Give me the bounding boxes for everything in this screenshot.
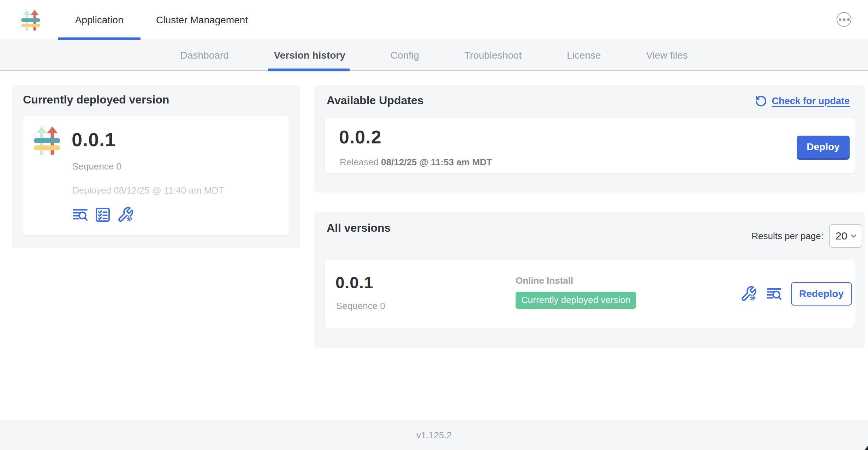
check-for-update-label: Check for update xyxy=(772,96,850,107)
cursor-artifact xyxy=(864,446,868,450)
tab-cluster-management-label: Cluster Management xyxy=(156,14,248,26)
row-version-number: 0.0.1 xyxy=(335,273,373,292)
row-actions: Redeploy xyxy=(740,260,852,328)
app-logo-icon xyxy=(20,8,41,32)
deploy-button[interactable]: Deploy xyxy=(797,136,850,158)
deployed-version-number: 0.0.1 xyxy=(72,129,116,150)
update-panel: 0.0.2 Released 08/12/25 @ 11:53 am MDT D… xyxy=(325,118,855,173)
deployed-version-actions xyxy=(72,206,134,223)
tab-application[interactable]: Application xyxy=(58,0,141,40)
release-notes-icon[interactable] xyxy=(72,206,89,223)
footer: v1.125.2 xyxy=(0,420,868,450)
subnav-config[interactable]: Config xyxy=(391,40,419,71)
all-versions-title: All versions xyxy=(327,221,391,235)
all-versions-card: All versions Results per page: 20 0.0.1 … xyxy=(314,212,865,348)
subnav-dashboard[interactable]: Dashboard xyxy=(180,40,229,71)
admin-console: Application Cluster Management Dashboard… xyxy=(0,0,868,450)
subnav-version-history[interactable]: Version history xyxy=(274,40,345,71)
currently-deployed-card: Currently deployed version 0.0.1 Sequenc… xyxy=(12,85,300,248)
subnav-license[interactable]: License xyxy=(567,40,601,71)
refresh-icon xyxy=(755,95,767,107)
version-row: 0.0.1 Sequence 0 Online Install Currentl… xyxy=(325,260,855,328)
overflow-menu-button[interactable] xyxy=(837,12,851,27)
update-released-timestamp: Released 08/12/25 @ 11:53 am MDT xyxy=(340,157,492,168)
row-install-info: Online Install Currently deployed versio… xyxy=(516,275,636,309)
install-type-label: Online Install xyxy=(516,275,636,286)
row-sequence: Sequence 0 xyxy=(336,301,385,312)
active-subnav-indicator xyxy=(268,69,350,71)
console-version: v1.125.2 xyxy=(416,430,452,441)
tab-application-label: Application xyxy=(75,14,124,26)
config-wrench-icon[interactable] xyxy=(740,285,757,302)
subnav-troubleshoot[interactable]: Troubleshoot xyxy=(464,40,522,71)
deployed-sequence: Sequence 0 xyxy=(72,161,121,172)
subnav-view-files[interactable]: View files xyxy=(646,40,688,71)
tab-cluster-management[interactable]: Cluster Management xyxy=(149,0,255,40)
top-bar: Application Cluster Management xyxy=(0,0,868,40)
currently-deployed-title: Currently deployed version xyxy=(23,93,169,106)
results-per-page-label: Results per page: xyxy=(751,231,824,242)
results-per-page: Results per page: 20 xyxy=(751,224,862,248)
currently-deployed-badge: Currently deployed version xyxy=(516,292,636,309)
deployed-timestamp: Deployed 08/12/25 @ 11:40 am MDT xyxy=(72,185,224,196)
deployed-version-panel: 0.0.1 Sequence 0 Deployed 08/12/25 @ 11:… xyxy=(23,116,289,235)
ellipsis-icon xyxy=(839,18,841,21)
update-version-number: 0.0.2 xyxy=(339,126,382,148)
chevron-down-icon xyxy=(849,231,858,241)
app-subnav: Dashboard Version history Config Trouble… xyxy=(0,40,868,71)
active-tab-indicator xyxy=(58,37,141,40)
redeploy-button[interactable]: Redeploy xyxy=(791,282,852,306)
released-date: 08/12/25 @ 11:53 am MDT xyxy=(381,157,492,167)
available-updates-card: Available Updates Check for update 0.0.2… xyxy=(314,85,865,193)
available-updates-title: Available Updates xyxy=(327,94,423,107)
release-notes-icon[interactable] xyxy=(766,285,783,302)
config-wrench-icon[interactable] xyxy=(117,206,134,223)
preflight-checks-icon[interactable] xyxy=(94,206,111,223)
app-logo-icon xyxy=(33,124,61,157)
check-for-update-link[interactable]: Check for update xyxy=(755,95,850,107)
results-per-page-value: 20 xyxy=(836,230,847,242)
results-per-page-select[interactable]: 20 xyxy=(829,224,862,248)
